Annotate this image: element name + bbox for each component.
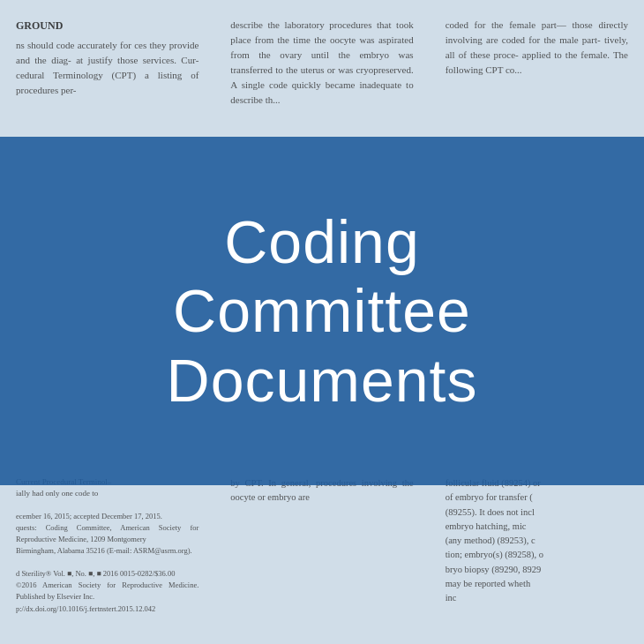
doc-strip-bottom: Current Procedural Terminol–ially had on…: [0, 463, 644, 644]
page-container: GROUND ns should code accurately for ces…: [0, 0, 644, 644]
doc-col-3: coded for the female part— those directl…: [430, 18, 644, 137]
doc-bottom-col-2: by CPT. In general, procedures involving…: [214, 476, 429, 626]
doc-col-3-body: coded for the female part— those directl…: [446, 18, 628, 78]
doc-bottom-col-1: Current Procedural Terminol–ially had on…: [0, 476, 214, 626]
doc-col-2: describe the laboratory procedures that …: [214, 18, 429, 137]
overlay-title: Coding Committee Documents: [167, 207, 478, 415]
doc-col-2-body: describe the laboratory procedures that …: [230, 18, 413, 108]
overlay-line3: Documents: [167, 347, 478, 414]
doc-bottom-col-3: follicular fluid (89254) orof embryo for…: [430, 476, 644, 626]
overlay-line2: Committee: [173, 277, 471, 344]
doc-bottom-col-3-text: follicular fluid (89254) orof embryo for…: [446, 476, 628, 605]
doc-bottom-col-1-line1: Current Procedural Terminol–ially had on…: [16, 476, 198, 615]
blue-overlay-panel: Coding Committee Documents: [0, 137, 644, 485]
doc-col-1: GROUND ns should code accurately for ces…: [0, 18, 214, 137]
overlay-line1: Coding: [224, 208, 420, 275]
doc-col-1-header: GROUND: [16, 18, 198, 34]
doc-col-1-body: ns should code accurately for ces they p…: [16, 38, 198, 98]
doc-strip-top: GROUND ns should code accurately for ces…: [0, 0, 644, 146]
